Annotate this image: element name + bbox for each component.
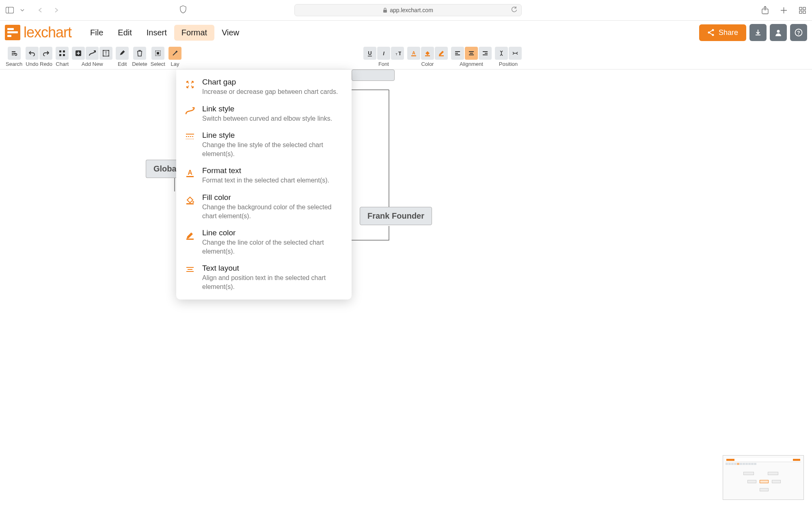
chevron-down-icon[interactable] [19,4,25,16]
back-button[interactable] [35,4,46,16]
svg-point-21 [103,50,104,51]
tool-undo[interactable] [26,47,39,60]
menu-file[interactable]: File [83,25,110,41]
tool-align-left[interactable] [451,47,464,60]
dd-line-color[interactable]: Line colorChange the line color of the s… [176,224,352,260]
toolgroup-edit: Edit [116,47,129,67]
fill-icon [184,193,196,220]
toolgroup-layout: Lay [168,47,181,67]
new-tab-icon[interactable] [778,4,789,16]
dd-format-text[interactable]: A Format textFormat text in the selected… [176,162,352,189]
svg-point-22 [108,50,110,51]
tool-textsize[interactable]: TT [391,47,404,60]
privacy-shield-icon[interactable] [179,5,187,15]
tabs-grid-icon[interactable] [797,4,808,16]
tool-underline[interactable]: U [363,47,376,60]
tool-line-color[interactable] [435,47,448,60]
toolbar: Search Undo Redo Chart T Add New Edit De… [0,44,812,69]
tool-collapse[interactable] [495,47,508,60]
tool-add-card[interactable] [72,47,85,60]
app-bar: lexchart File Edit Insert Format View Sh… [0,21,812,44]
canvas[interactable]: Global P Capital Source Ira Investor Fra… [0,69,812,508]
svg-rect-5 [803,7,806,10]
svg-point-24 [108,56,110,57]
tool-chart[interactable] [56,47,69,60]
toolgroup-font: U I TT Font [363,47,404,67]
tool-redo[interactable] [39,47,52,60]
share-button[interactable]: Share [699,24,746,41]
toolgroup-undo-redo: Undo Redo [26,47,52,67]
svg-rect-43 [186,203,194,204]
svg-point-23 [103,56,104,57]
svg-point-14 [15,54,17,56]
tool-select[interactable] [151,47,164,60]
tool-add-textbox[interactable]: T [99,47,112,60]
refresh-icon[interactable] [511,7,517,14]
tool-fill-color[interactable] [421,47,434,60]
chart-card-global[interactable]: Global P [146,160,176,178]
svg-rect-6 [799,11,802,13]
svg-rect-7 [803,11,806,13]
toolgroup-alignment: Alignment [451,47,492,67]
svg-text:A: A [412,50,415,55]
logo-text: lexchart [24,24,71,41]
tool-align-center[interactable] [465,47,478,60]
dd-fill-color[interactable]: Fill colorChange the background color of… [176,189,352,224]
chart-card-hidden[interactable] [352,69,395,81]
dd-text-layout[interactable]: Text layoutAlign and position text in th… [176,260,352,295]
svg-rect-44 [186,239,194,240]
svg-point-42 [192,201,194,203]
minimap[interactable] [723,455,804,500]
tool-align-right[interactable] [479,47,492,60]
menu-edit[interactable]: Edit [110,25,139,41]
menu-insert[interactable]: Insert [139,25,174,41]
svg-rect-36 [439,55,444,56]
toolgroup-search: Search [6,47,22,67]
dd-link-style[interactable]: Link styleSwitch between curved and elbo… [176,100,352,127]
menu-format[interactable]: Format [174,25,214,41]
tool-edit[interactable] [116,47,129,60]
lines-icon [184,131,196,158]
toolgroup-chart: Chart [56,47,69,67]
chart-card-frank[interactable]: Frank Founder [360,207,432,225]
svg-rect-35 [425,55,430,56]
dd-line-style[interactable]: Line styleChange the line style of the s… [176,127,352,162]
align-icon [184,264,196,291]
svg-rect-17 [59,54,61,56]
tool-layout-wand[interactable] [168,47,181,60]
url-bar[interactable]: app.lexchart.com [294,4,522,16]
svg-rect-4 [799,7,802,10]
tool-text-color[interactable]: A [407,47,420,60]
account-button[interactable] [770,24,787,41]
svg-rect-34 [411,55,416,56]
forward-button[interactable] [50,4,62,16]
tool-expand[interactable] [509,47,522,60]
tool-search[interactable] [8,47,21,60]
tool-italic[interactable]: I [377,47,390,60]
download-button[interactable] [749,24,767,41]
logo[interactable]: lexchart [5,24,71,41]
tool-delete[interactable] [133,47,146,60]
svg-point-11 [777,30,780,33]
browser-chrome: app.lexchart.com [0,0,812,21]
dd-chart-gap[interactable]: Chart gapIncrease or decrease gap betwee… [176,74,352,100]
share-icon[interactable] [759,4,771,16]
menu-view[interactable]: View [214,25,246,41]
svg-rect-41 [186,176,194,177]
toolgroup-position: Position [495,47,522,67]
toolgroup-color: A Color [407,47,448,67]
share-network-icon [707,29,715,36]
toolgroup-add-new: T Add New [72,47,112,67]
sidebar-toggle-icon[interactable] [4,4,15,16]
toolgroup-select: Select [151,47,165,67]
expand-icon [184,78,196,96]
svg-rect-27 [157,52,159,54]
svg-text:T: T [398,50,401,56]
url-text: app.lexchart.com [390,7,433,13]
svg-rect-18 [63,54,65,56]
tool-add-link[interactable] [86,47,99,60]
svg-text:U: U [368,50,371,56]
svg-rect-2 [383,10,387,13]
svg-text:T: T [395,52,397,56]
help-button[interactable]: ? [790,24,807,41]
